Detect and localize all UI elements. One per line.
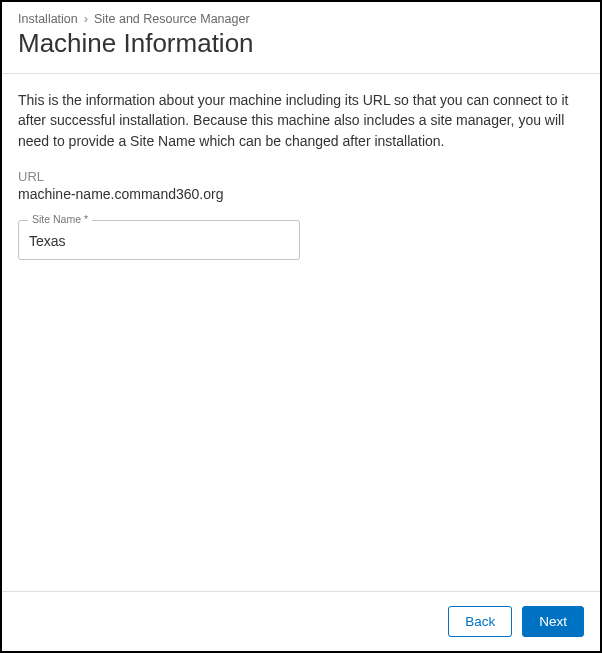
page-title: Machine Information — [18, 28, 584, 59]
site-name-input[interactable] — [18, 220, 300, 260]
url-label: URL — [18, 169, 584, 184]
site-name-field-wrapper: Site Name * — [18, 220, 300, 260]
description-text: This is the information about your machi… — [18, 90, 584, 151]
next-button[interactable]: Next — [522, 606, 584, 637]
url-value: machine-name.command360.org — [18, 186, 584, 202]
header: Installation › Site and Resource Manager… — [2, 2, 600, 74]
back-button[interactable]: Back — [448, 606, 512, 637]
site-name-label: Site Name * — [28, 213, 92, 225]
content-area: This is the information about your machi… — [2, 74, 600, 591]
breadcrumb-root[interactable]: Installation — [18, 12, 78, 26]
breadcrumb: Installation › Site and Resource Manager — [18, 12, 584, 26]
footer: Back Next — [2, 591, 600, 651]
chevron-right-icon: › — [84, 12, 88, 26]
breadcrumb-current: Site and Resource Manager — [94, 12, 250, 26]
